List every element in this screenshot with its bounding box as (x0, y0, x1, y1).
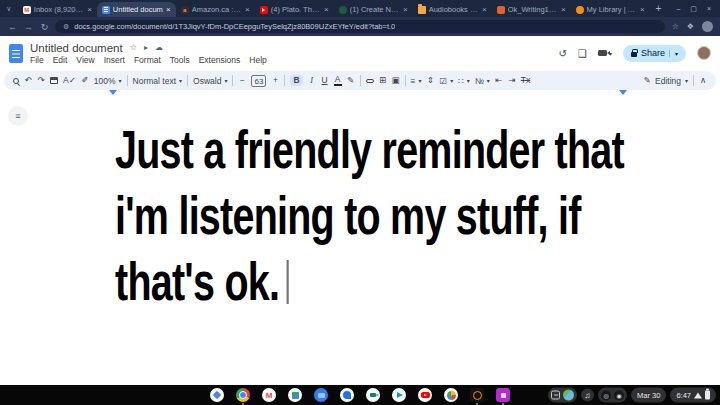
meet-call-button[interactable]: ▾ (598, 50, 612, 57)
tab-close-icon[interactable]: × (324, 6, 329, 14)
youtube-app-icon[interactable] (418, 388, 432, 402)
add-comment-icon[interactable]: ⊞ (379, 76, 387, 85)
close-window-icon[interactable]: × (707, 5, 711, 12)
record-icon[interactable]: ◉ (614, 390, 624, 400)
tab-create-new[interactable]: (1) Create New P × (334, 2, 413, 17)
underline-button[interactable]: U (321, 76, 329, 85)
editing-mode-select[interactable]: ✎ Editing ▾ (643, 76, 688, 86)
numbered-list-select[interactable]: № ▾ (475, 76, 490, 86)
left-indent-marker[interactable] (109, 90, 117, 95)
move-to-folder-icon[interactable]: ▸ (144, 43, 148, 52)
star-document-icon[interactable]: ☆ (130, 43, 137, 52)
reload-icon[interactable]: ↻ (39, 22, 50, 32)
tab-close-icon[interactable]: × (87, 6, 92, 14)
account-avatar[interactable] (697, 46, 711, 60)
decrease-indent-icon[interactable]: ⇤ (495, 76, 503, 85)
tab-close-icon[interactable]: × (561, 6, 566, 14)
forward-icon[interactable]: → (23, 22, 34, 32)
share-button[interactable]: Share ▾ (623, 45, 686, 62)
new-tab-button[interactable]: + (656, 3, 662, 14)
search-menus-icon[interactable] (13, 78, 19, 84)
site-settings-icon[interactable]: ⚙ (63, 23, 69, 31)
tab-search-icon[interactable]: ∨ (3, 3, 15, 15)
meet-app-icon[interactable] (366, 388, 380, 402)
document-outline-button[interactable]: ≡ (8, 106, 28, 126)
url-bar[interactable]: ⚙ docs.google.com/document/d/1T3JiqvY-fD… (55, 20, 665, 33)
undo-icon[interactable]: ↶ (24, 76, 32, 85)
tab-close-icon[interactable]: × (245, 6, 250, 14)
url-text[interactable]: docs.google.com/document/d/1T3JiqvY-fDm-… (74, 22, 395, 31)
cloud-saved-icon[interactable]: ☁ (155, 43, 163, 52)
highlight-color-icon[interactable]: ✎ (347, 76, 355, 85)
minimize-icon[interactable]: – (676, 5, 680, 12)
menu-edit[interactable]: Edit (53, 55, 68, 65)
insert-link-icon[interactable] (366, 79, 374, 83)
font-size-input[interactable]: 63 (251, 75, 266, 87)
play-books-app-icon[interactable] (496, 388, 510, 402)
menu-insert[interactable]: Insert (104, 55, 125, 65)
chrome-icon[interactable] (236, 388, 250, 402)
redo-icon[interactable]: ↷ (37, 76, 45, 85)
messages-app-icon[interactable] (340, 388, 354, 402)
menu-help[interactable]: Help (249, 55, 266, 65)
paragraph-style-select[interactable]: Normal text ▾ (133, 76, 182, 86)
zoom-select[interactable]: 100% ▾ (94, 76, 122, 86)
browser-profile-avatar[interactable] (702, 21, 713, 32)
document-title[interactable]: Untitled document (30, 42, 123, 54)
menu-extensions[interactable]: Extensions (199, 55, 241, 65)
hide-menus-icon[interactable]: ∧ (699, 76, 707, 85)
spell-check-icon[interactable]: A✓ (63, 76, 76, 85)
tab-amazon[interactable]: a Amazon.ca : plu × (176, 2, 255, 17)
tab-gmail[interactable]: M Inbox (8,920) - j × (18, 2, 97, 17)
date-badge[interactable]: Mar 30 (631, 388, 666, 403)
google-docs-logo[interactable] (9, 44, 23, 63)
increase-font-size-icon[interactable]: + (271, 76, 279, 85)
gmail-app-icon[interactable]: M (262, 388, 276, 402)
paint-format-icon[interactable]: ✐ (81, 76, 89, 85)
extensions-icon[interactable]: ❖ (687, 22, 694, 31)
font-select[interactable]: Oswald ▾ (193, 76, 227, 86)
google-news-icon[interactable] (288, 388, 302, 402)
clear-formatting-icon[interactable]: Tx (521, 76, 530, 85)
media-notification[interactable] (548, 388, 577, 403)
bold-button[interactable]: B (290, 75, 302, 86)
insert-image-icon[interactable]: ▣ (392, 76, 400, 85)
comments-icon[interactable]: ❑ (578, 48, 587, 59)
menu-format[interactable]: Format (134, 55, 161, 65)
launcher-icon[interactable] (210, 388, 224, 402)
bookmark-star-icon[interactable]: ☆ (672, 22, 679, 31)
tab-close-icon[interactable]: × (482, 6, 487, 14)
menu-file[interactable]: File (30, 55, 44, 65)
italic-button[interactable]: I (308, 76, 316, 85)
google-photos-icon[interactable] (444, 388, 458, 402)
dismiss-media-icon[interactable] (551, 391, 560, 400)
screen-capture-icon[interactable]: ◎ (601, 390, 611, 400)
text-color-button[interactable]: A (334, 75, 342, 86)
line-spacing-icon[interactable]: ⇕ (427, 76, 435, 85)
version-history-icon[interactable]: ↺ (559, 48, 567, 59)
system-tray[interactable]: 6:47 (670, 388, 716, 403)
menu-view[interactable]: View (76, 55, 94, 65)
tab-audible-library[interactable]: My Library | Aud × (571, 2, 650, 17)
files-app-icon[interactable] (314, 388, 328, 402)
right-indent-marker[interactable] (619, 90, 627, 95)
share-dropdown-icon[interactable]: ▾ (669, 50, 678, 57)
audible-app-icon[interactable] (470, 388, 484, 402)
tab-close-icon[interactable]: × (403, 6, 408, 14)
media-controls-icon[interactable]: ♫ (581, 389, 594, 402)
align-select[interactable]: ≡ ▾ (411, 76, 422, 86)
decrease-font-size-icon[interactable]: − (238, 76, 246, 85)
maximize-icon[interactable]: ▢ (690, 5, 697, 13)
document-canvas[interactable]: ≡ Just a friendly reminder that i'm list… (0, 98, 720, 385)
play-store-icon[interactable] (392, 388, 406, 402)
tab-youtube-plato[interactable]: (4) Plato. The So × (255, 2, 334, 17)
tab-close-icon[interactable]: × (166, 6, 171, 14)
tab-ok-writing[interactable]: Ok_Writing1472 × (492, 2, 571, 17)
menu-tools[interactable]: Tools (170, 55, 190, 65)
tab-audiobooks-folder[interactable]: Audiobooks ma × (413, 2, 492, 17)
bulleted-list-select[interactable]: ∷ ▾ (458, 76, 469, 86)
back-icon[interactable]: ← (7, 22, 18, 32)
checklist-select[interactable]: ☑ ▾ (440, 76, 454, 86)
print-icon[interactable] (50, 77, 58, 84)
tab-close-icon[interactable]: × (640, 6, 645, 14)
